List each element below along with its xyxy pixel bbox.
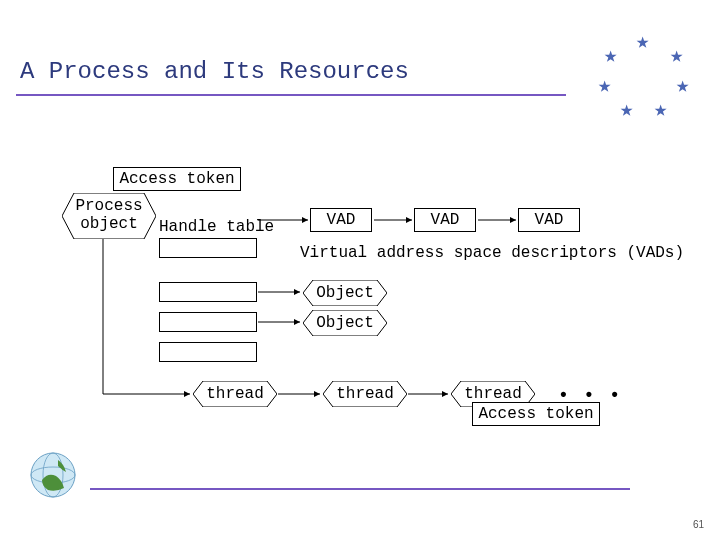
handle-table-row [159,342,257,362]
thread-node: thread [323,381,407,407]
object-node: Object [303,280,387,306]
thread-label: thread [336,385,394,403]
handle-table-row [159,312,257,332]
handle-table-row [159,238,257,258]
access-token-node: Access token [113,167,241,191]
page-number: 61 [693,519,704,530]
thread-node: thread [193,381,277,407]
vad-node: VAD [310,208,372,232]
connector-lines [0,0,720,540]
object-node: Object [303,310,387,336]
thread-label: thread [206,385,264,403]
object-label: Object [316,314,374,332]
handle-table-label: Handle table [159,218,274,236]
diagram: Access token Processobject Handle table … [0,0,720,540]
vads-caption: Virtual address space descriptors (VADs) [300,244,684,262]
vad-node: VAD [414,208,476,232]
vad-node: VAD [518,208,580,232]
process-object-label: Processobject [75,198,142,233]
thread-access-token-node: Access token [472,402,600,426]
handle-table-row [159,282,257,302]
process-object-node: Processobject [62,193,156,239]
globe-icon [28,450,78,500]
object-label: Object [316,284,374,302]
footer-underline [90,488,630,490]
thread-label: thread [464,385,522,403]
